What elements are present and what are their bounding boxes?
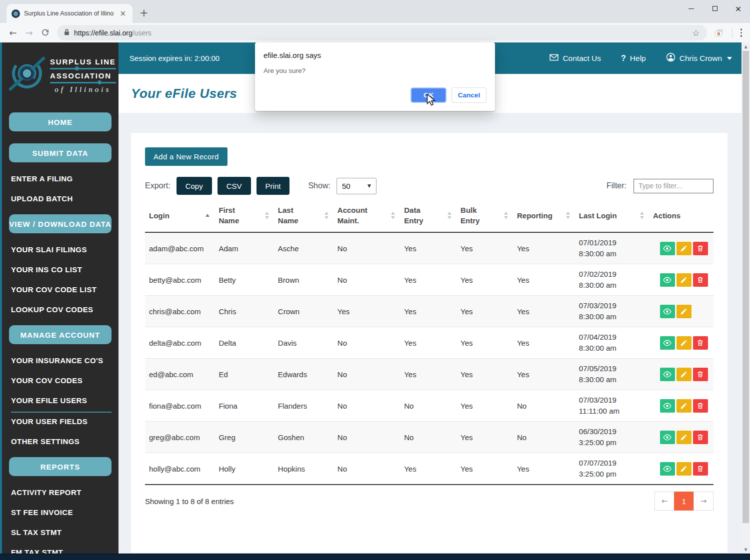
delete-button[interactable] — [693, 399, 708, 413]
scrollbar-thumb[interactable] — [742, 51, 749, 523]
first-name-cell: Greg — [214, 422, 274, 453]
bookmark-star-icon[interactable]: ☆ — [692, 28, 700, 38]
edit-button[interactable] — [676, 305, 692, 318]
show-select[interactable]: 50 ▼ — [336, 178, 376, 194]
sidebar-item-sl-tax-stmt[interactable]: SL TAX STMT — [11, 528, 112, 537]
contact-us-link[interactable]: Contact Us — [550, 54, 601, 63]
sidebar-item-your-cov-codes[interactable]: YOUR COV CODES — [11, 376, 112, 385]
export-copy-button[interactable]: Copy — [176, 177, 212, 195]
reporting-cell: No — [513, 422, 575, 453]
edit-button[interactable] — [676, 273, 692, 287]
export-print-button[interactable]: Print — [256, 177, 290, 195]
delete-button[interactable] — [693, 242, 708, 255]
page-scrollbar[interactable]: ▲ ▼ — [742, 42, 750, 554]
delete-button[interactable] — [693, 431, 708, 444]
column-header-reporting[interactable]: Reporting — [513, 199, 575, 232]
back-icon[interactable]: ← — [5, 25, 21, 41]
logo-line-3: of Illinois — [50, 85, 116, 94]
toolbar-divider — [732, 28, 732, 38]
view-button[interactable] — [660, 399, 675, 413]
delete-button[interactable] — [693, 273, 708, 287]
login-cell: delta@abc.com — [145, 327, 214, 359]
url-text: https://efile.slai.org/users — [74, 29, 152, 37]
new-tab-button[interactable]: + — [140, 8, 148, 18]
previous-page-button[interactable]: ← — [654, 492, 674, 511]
last-name-cell: Edwards — [274, 359, 334, 390]
users-card: Add a New Record Export: CopyCSVPrint Sh… — [131, 133, 728, 553]
confirm-dialog: efile.slai.org says Are you sure? OK Can… — [255, 42, 495, 111]
account-maint-cell: Yes — [334, 296, 400, 327]
delete-button[interactable] — [693, 336, 708, 350]
forward-icon[interactable]: → — [21, 25, 37, 41]
user-menu[interactable]: Chris Crown — [666, 52, 732, 64]
close-button[interactable]: × — [726, 0, 750, 17]
add-record-button[interactable]: Add a New Record — [145, 147, 228, 166]
sidebar-item-manage-account[interactable]: MANAGE ACCOUNT — [9, 325, 112, 344]
edit-button[interactable] — [676, 399, 692, 413]
gallery-icon[interactable] — [711, 25, 727, 41]
sidebar-item-upload-batch[interactable]: UPLOAD BATCH — [11, 194, 112, 203]
column-header-data_entry[interactable]: Data Entry — [400, 199, 456, 232]
scroll-down-icon[interactable]: ▼ — [742, 546, 750, 554]
column-header-last_login[interactable]: Last Login — [575, 199, 649, 232]
sort-icon — [391, 212, 395, 219]
browser-menu-icon[interactable] — [738, 28, 746, 37]
delete-button[interactable] — [693, 368, 708, 381]
bulk-entry-cell: Yes — [456, 232, 513, 264]
sidebar-item-other-settings[interactable]: OTHER SETTINGS — [11, 437, 112, 446]
sidebar-item-home[interactable]: HOME — [9, 112, 112, 131]
last-name-cell: Goshen — [274, 422, 334, 453]
actions-cell — [649, 232, 714, 264]
column-header-account_maint[interactable]: Account Maint. — [334, 199, 400, 232]
browser-tab[interactable]: Surplus Line Association of Illinoi × — [6, 4, 132, 23]
sidebar-item-your-cov-code-list[interactable]: YOUR COV CODE LIST — [11, 285, 112, 294]
column-header-login[interactable]: Login — [145, 199, 214, 232]
sidebar-item-your-efile-users[interactable]: YOUR EFILE USERS — [11, 396, 112, 413]
sidebar-item-activity-report[interactable]: ACTIVITY REPORT — [11, 488, 112, 497]
sidebar-item-your-user-fields[interactable]: YOUR USER FIELDS — [11, 417, 112, 426]
minimize-button[interactable] — [680, 0, 703, 17]
next-page-button[interactable]: → — [694, 492, 714, 511]
view-button[interactable] — [660, 368, 675, 381]
cancel-button[interactable]: Cancel — [452, 87, 486, 103]
maximize-button[interactable] — [703, 0, 726, 17]
view-button[interactable] — [660, 273, 675, 287]
edit-button[interactable] — [676, 336, 692, 350]
view-button[interactable] — [660, 305, 675, 318]
sidebar-item-your-insurance-co-s[interactable]: YOUR INSURANCE CO'S — [11, 356, 112, 365]
page-1-button[interactable]: 1 — [674, 492, 694, 511]
view-button[interactable] — [660, 242, 675, 255]
delete-button[interactable] — [693, 462, 708, 476]
help-link[interactable]: ? Help — [621, 54, 646, 63]
filter-input[interactable] — [634, 179, 714, 193]
sidebar-item-reports[interactable]: REPORTS — [9, 457, 112, 476]
bulk-entry-cell: Yes — [456, 390, 513, 422]
sidebar-item-your-slai-filings[interactable]: YOUR SLAI FILINGS — [11, 245, 112, 254]
sidebar-item-lookup-cov-codes[interactable]: LOOKUP COV CODES — [11, 305, 112, 314]
column-header-last_name[interactable]: Last Name — [274, 199, 334, 232]
column-header-bulk_entry[interactable]: Bulk Entry — [456, 199, 513, 232]
column-header-first_name[interactable]: First Name — [214, 199, 274, 232]
view-button[interactable] — [660, 431, 675, 444]
table-row: fiona@abc.comFionaFlandersNoNoYesNo07/03… — [145, 390, 714, 422]
sidebar-item-your-ins-co-list[interactable]: YOUR INS CO LIST — [11, 265, 112, 274]
edit-button[interactable] — [676, 368, 692, 381]
sort-icon — [448, 212, 452, 219]
scroll-up-icon[interactable]: ▲ — [742, 42, 750, 50]
view-button[interactable] — [660, 462, 675, 476]
sidebar-item-view-download-data[interactable]: VIEW / DOWNLOAD DATA — [9, 214, 112, 233]
export-csv-button[interactable]: CSV — [218, 177, 251, 195]
sidebar-item-submit-data[interactable]: SUBMIT DATA — [9, 143, 112, 162]
select-caret-icon: ▼ — [368, 183, 371, 188]
tab-close-icon[interactable]: × — [118, 9, 128, 18]
edit-button[interactable] — [676, 462, 692, 476]
view-button[interactable] — [660, 336, 675, 350]
edit-button[interactable] — [676, 431, 692, 444]
reload-icon[interactable] — [37, 25, 53, 41]
table-row: delta@abc.comDeltaDavisNoYesYesYes07/04/… — [145, 327, 714, 359]
edit-button[interactable] — [676, 242, 692, 255]
sidebar-item-enter-a-filing[interactable]: ENTER A FILING — [11, 174, 112, 183]
address-bar[interactable]: https://efile.slai.org/users ☆ — [57, 25, 707, 40]
account-maint-cell: No — [334, 422, 400, 453]
sidebar-item-st-fee-invoice[interactable]: ST FEE INVOICE — [11, 508, 112, 517]
